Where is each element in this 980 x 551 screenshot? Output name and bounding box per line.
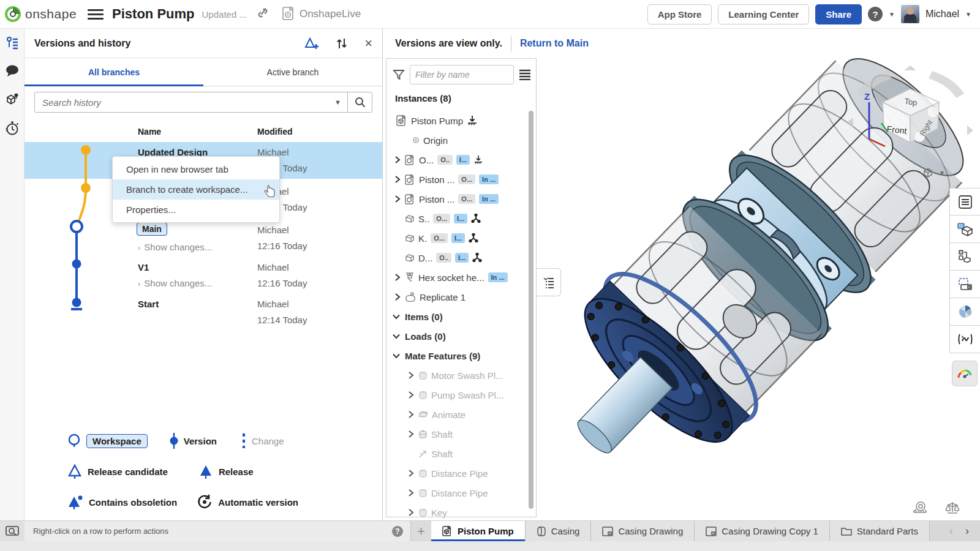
tab-all-branches[interactable]: All branches [24, 58, 203, 86]
scrollbar[interactable] [529, 111, 533, 509]
chevron-right-icon[interactable] [407, 411, 415, 418]
performance-monitor-icon[interactable] [6, 526, 19, 537]
versions-panel-icon[interactable] [5, 36, 20, 51]
badge-in-context[interactable]: In ... [488, 272, 508, 282]
chevron-right-icon[interactable] [394, 156, 401, 163]
history-timer-icon[interactable] [4, 121, 20, 136]
badge-in-context[interactable]: I... [456, 155, 470, 165]
chevron-right-icon[interactable] [394, 274, 401, 281]
chevron-right-icon[interactable] [394, 293, 401, 301]
instance-row-k[interactable]: K. O... I... [386, 228, 529, 248]
badge-gray[interactable]: O... [433, 214, 450, 223]
chevron-down-icon[interactable] [393, 332, 400, 340]
instance-row-hex-socket[interactable]: Hex socket he... In ... [386, 268, 529, 287]
history-row-start[interactable]: Start Michael 12:14 Today [24, 294, 382, 331]
view-cube[interactable]: Top Front Right Z [846, 64, 974, 178]
instance-row-origin[interactable]: Origin [386, 130, 529, 150]
section-items[interactable]: Items (0) [386, 307, 529, 326]
history-row-main[interactable]: Main ›Show changes... Michael 12:16 Toda… [24, 217, 382, 257]
mass-properties-icon[interactable] [944, 501, 960, 514]
chevron-right-icon[interactable] [407, 470, 415, 477]
mate-row-animate[interactable]: Animate [386, 405, 529, 424]
filter-icon[interactable] [393, 69, 405, 81]
main-menu-icon[interactable] [88, 7, 104, 22]
tab-standard-parts[interactable]: Standard Parts [830, 521, 930, 541]
mate-row-pump-swash[interactable]: Pump Swash Pl... [386, 385, 529, 405]
badge-in-context[interactable]: In ... [479, 194, 499, 204]
drawing-button[interactable] [949, 271, 980, 298]
search-history-input[interactable] [35, 97, 328, 108]
instance-row-replicate[interactable]: Replicate 1 [386, 287, 529, 307]
mate-row-key[interactable]: Key [386, 503, 529, 522]
badge-gray[interactable]: O... [458, 194, 475, 204]
mate-row-distance-pipe-2[interactable]: Distance Pipe [386, 483, 529, 503]
instance-row-o[interactable]: O... O.. I... [386, 150, 529, 170]
tabs-scroll-right-icon[interactable]: › [960, 525, 974, 538]
tab-active-branch[interactable]: Active branch [203, 58, 382, 86]
appearance-button[interactable] [949, 298, 980, 326]
onshapelive-label[interactable]: OnshapeLive [300, 8, 361, 20]
mate-row-shaft-1[interactable]: Shaft [386, 424, 529, 444]
section-loads[interactable]: Loads (0) [386, 326, 529, 346]
named-views-button[interactable] [949, 216, 980, 243]
search-icon[interactable] [347, 92, 372, 112]
3d-viewport[interactable]: Top Front Right Z [537, 58, 980, 520]
show-changes-link[interactable]: Show changes... [144, 242, 212, 252]
chevron-right-icon[interactable] [407, 509, 415, 516]
chevron-right-icon[interactable] [407, 430, 415, 438]
badge-gray[interactable]: O... [458, 174, 475, 184]
badge-in-context[interactable]: I... [451, 233, 465, 243]
compare-branches-icon[interactable] [335, 37, 349, 50]
menu-item-open-new-tab[interactable]: Open in new browser tab [113, 159, 279, 179]
performance-gauge-button[interactable] [952, 361, 978, 386]
measure-tape-icon[interactable] [913, 501, 929, 514]
instance-row-piston-pump[interactable]: Piston Pump [386, 111, 529, 130]
user-avatar[interactable] [901, 5, 919, 23]
panel-flyout-handle[interactable] [537, 268, 561, 296]
instance-row-s[interactable]: S.. O... I... [386, 209, 529, 228]
app-store-button[interactable]: App Store [647, 4, 712, 24]
filter-by-name-input[interactable]: Filter by name [410, 65, 514, 84]
share-button[interactable]: Share [815, 4, 862, 24]
badge-gray[interactable]: O.. [436, 253, 451, 263]
instance-row-d[interactable]: D... O.. I... [386, 248, 529, 268]
viewcube-front-face[interactable]: Front [886, 124, 907, 135]
menu-item-properties[interactable]: Properties... [113, 200, 279, 220]
comments-panel-icon[interactable] [5, 64, 20, 78]
animate-button[interactable] [949, 326, 980, 353]
help-button[interactable]: ? [868, 7, 883, 21]
parts-panel-icon[interactable] [4, 91, 20, 107]
chevron-right-icon[interactable] [407, 391, 415, 399]
show-changes-link[interactable]: Show changes... [144, 278, 212, 288]
return-to-main-link[interactable]: Return to Main [520, 38, 589, 49]
badge-in-context[interactable]: I... [455, 253, 469, 263]
menu-item-branch-workspace[interactable]: Branch to create workspace... [113, 179, 279, 200]
mate-row-shaft-2[interactable]: Shaft [386, 444, 529, 463]
mate-row-distance-pipe-1[interactable]: Distance Pipe [386, 463, 529, 483]
configurations-button[interactable] [949, 243, 980, 271]
status-help-icon[interactable]: ? [392, 526, 403, 537]
close-panel-icon[interactable]: × [364, 36, 372, 51]
badge-in-context[interactable]: I... [454, 214, 467, 223]
view-menu-caret-icon[interactable]: ▼ [939, 170, 945, 176]
instance-row-piston-2[interactable]: Piston ... O... In ... [386, 189, 529, 209]
instance-row-piston-1[interactable]: Piston ... O... In ... [386, 170, 529, 189]
chevron-right-icon[interactable] [394, 195, 401, 203]
share-link-icon[interactable] [257, 7, 269, 21]
view-menu[interactable]: ▼ [922, 167, 945, 179]
section-mate-features[interactable]: Mate Features (9) [386, 346, 529, 365]
history-row-v1[interactable]: V1 ›Show changes... Michael 12:16 Today [24, 257, 382, 294]
search-dropdown-caret-icon[interactable]: ▼ [328, 99, 347, 106]
user-menu-caret-icon[interactable]: ▼ [965, 11, 971, 18]
tabs-scroll-left-icon[interactable]: ‹ [944, 525, 958, 538]
chevron-down-icon[interactable] [393, 352, 400, 359]
tab-casing[interactable]: Casing [526, 521, 592, 541]
expand-changes-icon[interactable]: › [138, 243, 140, 252]
help-caret-icon[interactable]: ▼ [889, 11, 895, 18]
tab-casing-drawing[interactable]: Casing Drawing [591, 521, 695, 541]
tab-piston-pump[interactable]: Piston Pump [431, 521, 526, 541]
badge-gray[interactable]: O.. [437, 155, 453, 165]
add-tab-button[interactable]: + [410, 521, 431, 541]
badge-in-context[interactable]: In ... [479, 174, 499, 184]
expand-changes-icon[interactable]: › [138, 279, 140, 288]
